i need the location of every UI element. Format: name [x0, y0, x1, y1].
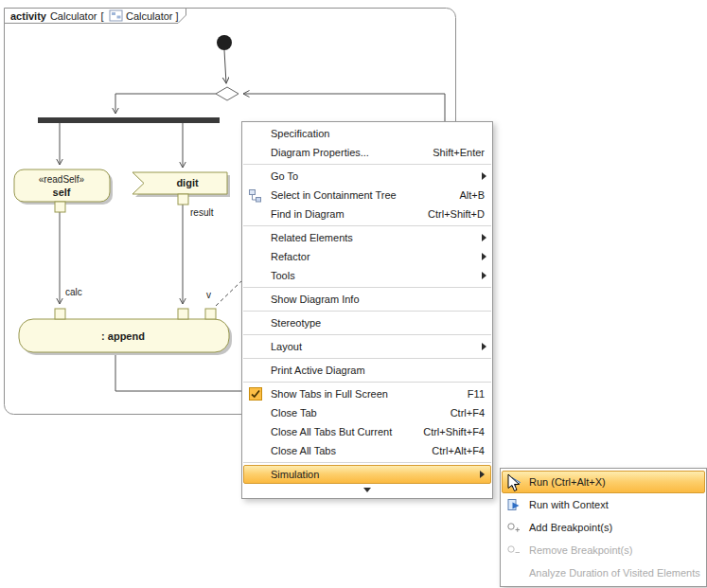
menu-item-label: Run with Context: [529, 499, 609, 510]
menu-item-layout[interactable]: Layout: [242, 337, 492, 356]
menu-separator: [243, 287, 491, 288]
menu-item-label: Related Elements: [271, 232, 353, 243]
breakpoint-remove-icon: [505, 543, 521, 558]
menu-item-remove-breakpoint-s: Remove Breakpoint(s): [501, 539, 706, 561]
mouse-cursor: [507, 473, 524, 497]
menu-item-label: Find in Diagram: [271, 208, 345, 220]
menu-item-analyze-duration-of-visited-elements: Analyze Duration of Visited Elements: [501, 561, 706, 584]
menu-item-label: Go To: [271, 170, 298, 182]
menu-item-show-diagram-info[interactable]: Show Diagram Info: [242, 290, 492, 309]
menu-item-shortcut: Ctrl+F4: [433, 407, 485, 419]
menu-item-close-all-tabs[interactable]: Close All TabsCtrl+Alt+F4: [242, 441, 492, 460]
submenu-arrow-icon: [482, 343, 486, 350]
append-name: : append: [101, 330, 145, 342]
read-self-stereotype: «readSelf»: [39, 174, 85, 185]
containment-tree-icon: [247, 187, 263, 203]
simulation-submenu: Run (Ctrl+Alt+X)Run with ContextAdd Brea…: [500, 468, 707, 587]
menu-item-label: Simulation: [271, 469, 319, 480]
menu-item-label: Close All Tabs: [271, 445, 336, 456]
menu-item-label: Show Diagram Info: [271, 294, 360, 305]
pin-append-calc[interactable]: [55, 309, 65, 319]
submenu-arrow-icon: [482, 272, 486, 279]
initial-node[interactable]: [217, 35, 232, 50]
menu-separator: [243, 164, 491, 165]
diagram-context-menu: SpecificationDiagram Properties...Shift+…: [241, 121, 493, 499]
menu-item-label: Close Tab: [271, 407, 317, 419]
menu-item-shortcut: Alt+B: [442, 189, 485, 201]
submenu-arrow-icon: [482, 172, 486, 180]
submenu-arrow-icon: [480, 471, 485, 478]
submenu-arrow-icon: [482, 253, 486, 260]
menu-item-close-tab[interactable]: Close TabCtrl+F4: [242, 403, 492, 422]
menu-item-label: Layout: [271, 341, 302, 352]
menu-item-diagram-properties[interactable]: Diagram Properties...Shift+Enter: [242, 143, 492, 162]
menu-separator: [243, 225, 491, 226]
menu-item-run-with-context[interactable]: Run with Context: [501, 493, 706, 516]
chevron-down-icon: [363, 488, 371, 492]
menu-item-label: Analyze Duration of Visited Elements: [529, 567, 700, 579]
menu-item-print-active-diagram[interactable]: Print Active Diagram: [242, 361, 492, 380]
menu-item-specification[interactable]: Specification: [242, 124, 492, 143]
menu-item-add-breakpoint-s[interactable]: Add Breakpoint(s): [501, 516, 706, 539]
menu-item-shortcut: Ctrl+Alt+F4: [415, 445, 485, 456]
breakpoint-add-icon: [505, 520, 521, 535]
frame-title-diagram-name: Calculator]: [126, 10, 179, 22]
menu-item-shortcut: F11: [451, 388, 485, 400]
pin-self-output[interactable]: [55, 202, 65, 212]
menu-item-label: Run (Ctrl+Alt+X): [529, 476, 606, 488]
menu-item-close-all-tabs-but-current[interactable]: Close All Tabs But CurrentCtrl+Shift+F4: [242, 422, 492, 441]
menu-separator: [243, 358, 491, 359]
menu-item-select-in-containment-tree[interactable]: Select in Containment TreeAlt+B: [242, 186, 492, 205]
menu-item-related-elements[interactable]: Related Elements: [242, 228, 492, 247]
menu-item-go-to[interactable]: Go To: [242, 167, 492, 186]
pin-append-digit[interactable]: [178, 309, 188, 319]
menu-separator: [243, 334, 491, 335]
menu-item-tools[interactable]: Tools: [242, 266, 492, 285]
menu-separator: [243, 382, 491, 383]
run-context-icon: [505, 497, 521, 512]
menu-item-label: Show Tabs in Full Screen: [271, 388, 388, 400]
menu-item-label: Tools: [271, 270, 295, 281]
menu-item-shortcut: Ctrl+Shift+D: [411, 208, 485, 220]
v-label: v: [206, 290, 211, 300]
pin-append-v[interactable]: [205, 309, 216, 319]
digit-name: digit: [176, 177, 199, 188]
menu-item-label: Add Breakpoint(s): [529, 522, 612, 533]
menu-item-shortcut: Ctrl+Shift+F4: [406, 426, 485, 437]
menu-item-stereotype[interactable]: Stereotype: [242, 313, 492, 332]
cursor-arrow-icon: [507, 473, 524, 493]
diagram-type-icon: [110, 10, 122, 21]
menu-item-label: Stereotype: [271, 317, 321, 329]
fork-node[interactable]: [38, 117, 220, 123]
menu-item-refactor[interactable]: Refactor: [242, 247, 492, 266]
submenu-arrow-icon: [482, 234, 486, 241]
menu-item-simulation[interactable]: Simulation: [243, 465, 491, 484]
frame-title: activityCalculator[: [10, 10, 104, 22]
menu-scroll-down[interactable]: [242, 484, 492, 496]
menu-item-run-ctrl-alt-x[interactable]: Run (Ctrl+Alt+X): [502, 471, 705, 493]
calc-label: calc: [65, 287, 82, 297]
menu-item-label: Print Active Diagram: [271, 365, 365, 376]
result-label: result: [190, 207, 214, 218]
menu-item-label: Select in Containment Tree: [271, 189, 397, 201]
menu-item-label: Refactor: [271, 251, 310, 262]
menu-separator: [243, 462, 491, 463]
menu-item-find-in-diagram[interactable]: Find in DiagramCtrl+Shift+D: [242, 205, 492, 223]
read-self-name: self: [53, 187, 71, 198]
menu-item-label: Diagram Properties...: [271, 147, 369, 158]
menu-item-show-tabs-in-full-screen[interactable]: Show Tabs in Full ScreenF11: [242, 384, 492, 403]
pin-digit-result[interactable]: [178, 194, 188, 205]
menu-item-shortcut: Shift+Enter: [415, 147, 485, 158]
checkbox-checked-icon: [247, 386, 263, 401]
menu-item-label: Close All Tabs But Current: [271, 426, 392, 437]
menu-separator: [243, 311, 491, 312]
menu-item-label: Remove Breakpoint(s): [529, 544, 632, 556]
menu-item-label: Specification: [271, 128, 329, 139]
